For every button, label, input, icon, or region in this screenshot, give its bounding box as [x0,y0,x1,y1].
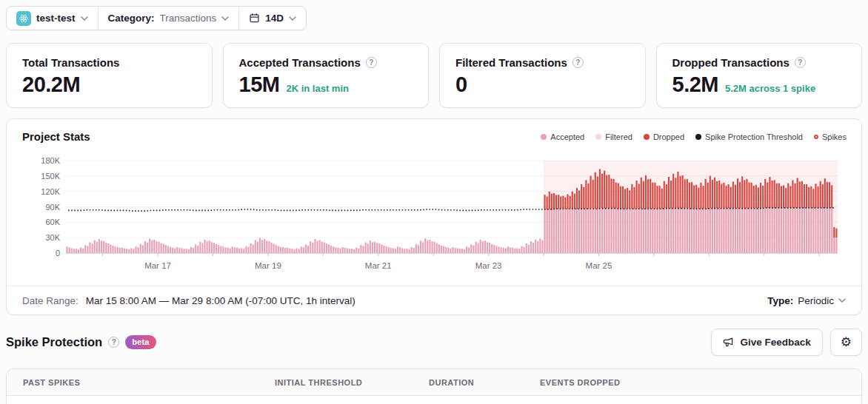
stat-value: 5.2M [672,73,718,97]
category-value: Transactions [160,13,217,24]
chart-legend: AcceptedFilteredDroppedSpike Protection … [541,132,847,141]
legend-dot-icon [695,134,701,140]
spike-ring-icon [814,135,818,139]
give-feedback-label: Give Feedback [740,337,810,348]
beta-badge: beta [125,335,156,349]
megaphone-icon [723,337,734,348]
stat-title: Accepted Transactions [239,56,361,69]
type-value: Periodic [798,295,834,306]
column-events-dropped: EVENTS DROPPED [540,378,861,387]
help-icon[interactable]: ? [108,337,119,348]
stat-card-total: Total Transactions 20.2M [6,43,213,108]
svg-text:Mar 19: Mar 19 [255,261,281,270]
stat-subtext: 5.2M across 1 spike [725,83,815,94]
project-stats-card: Project Stats AcceptedFilteredDroppedSpi… [6,118,862,315]
spike-protection-header: Spike Protection ? beta Give Feedback ⚙ [6,328,862,356]
legend-label: Dropped [653,132,684,141]
stat-title: Total Transactions [22,56,119,69]
legend-item-spike-protection-threshold[interactable]: Spike Protection Threshold [695,132,803,141]
stat-title: Dropped Transactions [672,56,789,69]
legend-dot-icon [595,134,601,140]
chevron-down-icon [838,298,846,303]
table-row[interactable] [7,396,861,404]
stat-card-accepted: Accepted Transactions ? 15M 2K in last m… [223,43,430,108]
section-title: Spike Protection [6,335,102,349]
svg-text:180K: 180K [41,156,60,165]
svg-text:Mar 17: Mar 17 [144,261,171,270]
stat-title: Filtered Transactions [455,56,567,69]
column-initial-threshold: INITIAL THRESHOLD [275,378,429,387]
legend-item-spikes[interactable]: Spikes [814,132,847,141]
legend-item-dropped[interactable]: Dropped [644,132,684,141]
legend-dot-icon [541,134,547,140]
legend-label: Accepted [550,132,584,141]
category-label: Category: [108,13,155,24]
help-icon[interactable]: ? [572,57,584,68]
past-spikes-table: PAST SPIKES INITIAL THRESHOLD DURATION E… [6,368,862,404]
table-header-row: PAST SPIKES INITIAL THRESHOLD DURATION E… [7,369,861,396]
stat-value: 15M [239,73,280,97]
type-label: Type: [767,295,793,306]
date-range-value: 14D [265,13,284,24]
help-icon[interactable]: ? [366,57,377,68]
date-range-label: Date Range: [22,295,79,306]
stat-value: 0 [455,73,467,97]
legend-item-filtered[interactable]: Filtered [595,132,632,141]
chart-title: Project Stats [22,130,90,143]
project-stats-chart[interactable]: 030K60K90K120K150K180KMar 17Mar 19Mar 21… [7,153,861,283]
chart-footer: Date Range: Mar 15 8:00 AM — Mar 29 8:00… [7,286,861,314]
category-selector[interactable]: Category: Transactions [99,7,239,30]
chevron-down-icon [81,16,88,21]
calendar-icon [249,13,260,24]
settings-button[interactable]: ⚙ [830,329,862,356]
date-range-selector[interactable]: 14D [239,7,306,30]
type-selector[interactable]: Type: Periodic [767,295,846,306]
svg-text:30K: 30K [45,233,60,242]
stat-card-filtered: Filtered Transactions ? 0 [439,43,646,108]
svg-text:0: 0 [56,249,60,257]
svg-text:150K: 150K [41,172,60,181]
svg-text:90K: 90K [45,203,60,212]
give-feedback-button[interactable]: Give Feedback [711,329,822,356]
svg-text:Mar 25: Mar 25 [586,261,612,270]
help-icon[interactable]: ? [795,57,806,68]
column-past-spikes: PAST SPIKES [23,378,275,387]
stat-card-dropped: Dropped Transactions ? 5.2M 5.2M across … [656,43,863,108]
gear-icon: ⚙ [841,334,852,350]
project-name: test-test [36,13,76,24]
chevron-down-icon [221,16,229,21]
svg-text:Mar 23: Mar 23 [475,261,502,270]
stat-value: 20.2M [22,73,80,97]
filter-bar: test-test Category: Transactions 14D [6,6,307,30]
legend-item-accepted[interactable]: Accepted [541,132,584,141]
project-selector[interactable]: test-test [7,7,98,30]
legend-label: Spikes [822,132,847,141]
stat-subtext: 2K in last min [286,83,349,94]
project-platform-icon [16,11,31,26]
chevron-down-icon [289,16,296,21]
stat-cards-row: Total Transactions 20.2M Accepted Transa… [6,43,862,108]
svg-text:60K: 60K [45,218,60,226]
atom-icon [19,13,29,24]
svg-text:120K: 120K [41,187,60,196]
legend-label: Filtered [605,132,632,141]
date-range-text: Mar 15 8:00 AM — Mar 29 8:00 AM (-07:00 … [86,295,355,306]
svg-text:Mar 21: Mar 21 [365,261,392,270]
legend-label: Spike Protection Threshold [705,132,803,141]
column-duration: DURATION [429,378,540,387]
legend-dot-icon [644,134,650,140]
